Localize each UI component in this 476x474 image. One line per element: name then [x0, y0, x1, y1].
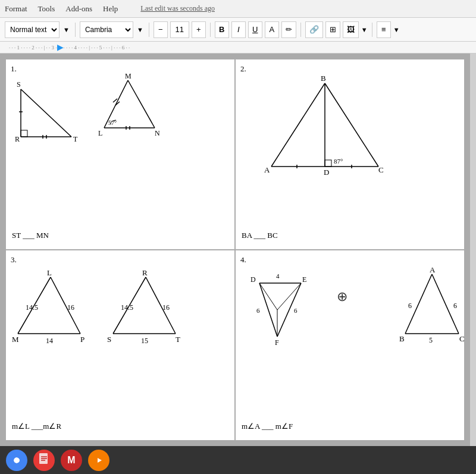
svg-line-54	[259, 283, 277, 310]
menu-tools[interactable]: Tools	[38, 4, 55, 14]
separator3	[210, 23, 211, 37]
last-edit-status: Last edit was seconds ago	[140, 4, 215, 13]
youtube-icon[interactable]	[88, 450, 109, 471]
svg-text:87°: 87°	[334, 158, 343, 165]
svg-text:B: B	[321, 74, 326, 83]
svg-text:6: 6	[453, 302, 457, 310]
triangle-rst: S R T	[12, 77, 89, 155]
svg-point-72	[14, 457, 20, 463]
cell-2-answer: BA ___ BC	[242, 231, 278, 240]
svg-line-43	[146, 277, 176, 334]
svg-text:16: 16	[67, 303, 74, 312]
svg-text:L: L	[47, 268, 52, 277]
svg-text:57°: 57°	[108, 120, 117, 126]
cell-3-number: 3.	[11, 255, 17, 265]
svg-line-2	[21, 89, 71, 137]
cell-4: 4. D E F 4 6 6 ⊕	[236, 250, 464, 440]
shape-def: D E F 4 6 6	[248, 265, 325, 360]
gmail-icon[interactable]: M	[61, 450, 82, 471]
image-button[interactable]: 🖼	[343, 21, 359, 38]
comment-button[interactable]: ⊞	[325, 21, 340, 38]
triangle-abc2: A B C 6 6 5	[396, 265, 464, 360]
svg-line-13	[113, 99, 117, 102]
triangle-lmn: 57° M L N	[95, 71, 173, 149]
svg-text:M: M	[125, 72, 131, 80]
svg-line-52	[259, 283, 277, 337]
svg-text:R: R	[142, 268, 148, 277]
cell-3-answer: m∠L ___m∠R	[12, 422, 61, 431]
svg-text:M: M	[12, 335, 19, 344]
svg-text:D: D	[324, 168, 329, 177]
docs-icon[interactable]	[33, 450, 55, 471]
svg-text:N: N	[155, 129, 160, 137]
font-size-plus[interactable]: +	[192, 21, 206, 38]
font-size-minus[interactable]: −	[154, 21, 168, 38]
cell-4-number: 4.	[240, 255, 246, 265]
svg-line-22	[271, 83, 325, 167]
cell-1: 1. S R T	[6, 59, 234, 249]
svg-text:15: 15	[141, 337, 148, 345]
svg-text:A: A	[264, 165, 270, 174]
move-icon: ⊕	[337, 289, 347, 305]
italic-button[interactable]: I	[231, 21, 246, 38]
svg-text:14.5: 14.5	[26, 303, 38, 312]
separator2	[149, 23, 149, 37]
svg-line-23	[325, 83, 378, 167]
svg-text:D: D	[250, 275, 256, 284]
cell-3: 3. L M P 14.5 16 14 R S T 14.	[6, 250, 234, 440]
triangle-lmp: L M P 14.5 16 14	[9, 268, 98, 357]
bold-button[interactable]: B	[215, 21, 229, 38]
chrome-icon[interactable]	[6, 450, 27, 471]
svg-line-11	[128, 80, 155, 128]
svg-text:C: C	[378, 165, 384, 174]
ruler: · · · 1 · · · · 2 · · · | · · 3 · ▶ · · …	[0, 42, 476, 54]
font-size-input[interactable]	[170, 21, 189, 38]
svg-text:E: E	[302, 275, 306, 284]
cell-1-number: 1.	[11, 64, 17, 74]
svg-line-55	[277, 283, 301, 310]
font-select[interactable]: Cambria	[80, 21, 133, 38]
svg-text:C: C	[459, 334, 464, 343]
style-select[interactable]: Normal text	[5, 21, 60, 38]
link-button[interactable]: 🔗	[305, 21, 323, 38]
svg-line-34	[51, 277, 80, 334]
menu-bar: Format Tools Add-ons Help Last edit was …	[0, 0, 476, 18]
align-button[interactable]: ≡	[377, 21, 391, 38]
highlight-button[interactable]: ✏	[281, 21, 296, 38]
svg-text:6: 6	[294, 307, 298, 314]
separator	[75, 23, 76, 37]
svg-text:5: 5	[429, 336, 433, 344]
cell-2: 2. 87° B A C D BA ___ BC	[236, 59, 464, 249]
separator4	[300, 23, 301, 37]
triangle-abc: 87° B A C D	[259, 71, 408, 190]
svg-rect-3	[21, 130, 27, 137]
triangle-rst2: R S T 14.5 16 15	[104, 268, 193, 357]
svg-text:R: R	[15, 135, 20, 143]
underline-button[interactable]: U	[248, 21, 262, 38]
svg-rect-25	[325, 160, 331, 167]
menu-format[interactable]: Format	[5, 4, 27, 14]
svg-text:4: 4	[276, 272, 280, 280]
svg-text:A: A	[430, 265, 436, 274]
separator5	[372, 23, 372, 37]
svg-text:P: P	[80, 335, 84, 344]
svg-text:B: B	[399, 334, 405, 343]
svg-text:S: S	[107, 335, 111, 344]
cell-4-answer: m∠A ___ m∠F	[242, 422, 293, 431]
cell-2-number: 2.	[240, 64, 246, 74]
svg-text:16: 16	[162, 303, 170, 312]
svg-text:6: 6	[408, 302, 412, 310]
text-color-button[interactable]: A	[265, 21, 279, 38]
svg-text:6: 6	[256, 307, 260, 314]
menu-addons[interactable]: Add-ons	[65, 4, 92, 14]
svg-line-53	[277, 283, 301, 337]
menu-help[interactable]: Help	[103, 4, 118, 14]
svg-text:14: 14	[46, 337, 53, 345]
svg-text:L: L	[98, 129, 102, 137]
svg-text:S: S	[17, 80, 21, 89]
svg-text:14.5: 14.5	[121, 303, 133, 312]
svg-text:T: T	[73, 135, 78, 143]
taskbar: M	[0, 446, 476, 474]
svg-text:T: T	[176, 335, 180, 344]
svg-text:F: F	[275, 338, 279, 347]
